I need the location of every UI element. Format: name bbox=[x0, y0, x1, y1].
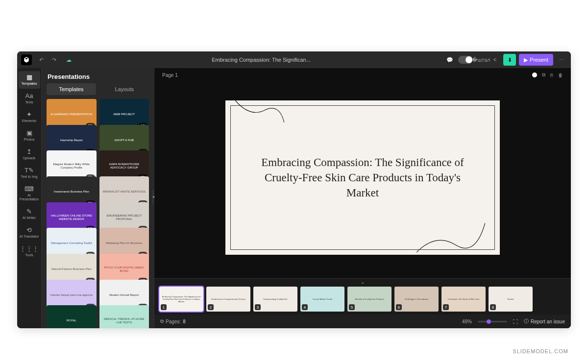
rail-item-ai-writer[interactable]: ✎AI Writer bbox=[19, 205, 40, 223]
thumbnail-number: 7 bbox=[443, 304, 449, 310]
swirl-decoration-top-left bbox=[235, 98, 284, 127]
comment-button[interactable]: 💬 bbox=[444, 54, 455, 65]
ai-presentation-icon: ⌨ bbox=[24, 186, 34, 193]
pages-counter[interactable]: ⧉ Pages: 8 bbox=[160, 318, 186, 324]
left-rail: ▦TemplatesAaTexts✦Elements▣Photos↥Upload… bbox=[17, 68, 42, 328]
rail-item-templates[interactable]: ▦Templates bbox=[19, 71, 40, 89]
app-logo[interactable] bbox=[21, 54, 32, 65]
document-title[interactable]: Embracing Compassion: The Significan... bbox=[78, 57, 444, 63]
slide-thumbnail[interactable]: Embracing Compassion: The Significance o… bbox=[159, 287, 203, 312]
ai-translator-icon: ⟲ bbox=[26, 227, 32, 234]
thumbnail-number: 1 bbox=[161, 304, 167, 310]
thumbnail-number: 3 bbox=[255, 304, 261, 310]
thumbnail-number: 8 bbox=[490, 304, 496, 310]
ai-writer-icon: ✎ bbox=[26, 208, 32, 215]
page-indicator: Page 1 bbox=[162, 73, 178, 78]
slide-title-text[interactable]: Embracing Compassion: The Significance o… bbox=[250, 155, 475, 200]
thumbnail-number: 4 bbox=[302, 304, 308, 310]
present-button[interactable]: ▶Present bbox=[519, 54, 553, 66]
side-panel: Presentations TemplatesLayouts E-LEARNIN… bbox=[42, 68, 154, 328]
slide-delete-button[interactable]: 🗑 bbox=[558, 73, 563, 78]
slide-canvas[interactable]: Embracing Compassion: The Significance o… bbox=[225, 100, 500, 255]
rail-item-texts[interactable]: AaTexts bbox=[19, 90, 40, 107]
elements-icon: ✦ bbox=[26, 111, 32, 118]
thumbnail-number: 2 bbox=[208, 304, 214, 310]
rail-item-ai-translator[interactable]: ⟲AI Translator bbox=[19, 224, 40, 242]
slide-copy-button[interactable]: ⧉ bbox=[542, 72, 545, 78]
swirl-decoration-bottom-right bbox=[416, 223, 485, 257]
zoom-slider[interactable] bbox=[478, 321, 507, 322]
slide-thumbnail[interactable]: Thanks!8 bbox=[489, 287, 533, 312]
theme-toggle[interactable] bbox=[458, 56, 473, 64]
uploads-icon: ↥ bbox=[26, 148, 32, 155]
slide-thumbnail[interactable]: Benefits of Cruelty-Free Products5 bbox=[347, 287, 392, 312]
rail-item-uploads[interactable]: ↥Uploads bbox=[19, 146, 40, 163]
slide-thumbnail[interactable]: Challenges in Our Industry6 bbox=[394, 287, 439, 312]
slide-thumbnail[interactable]: Conclusion: The Future of Skin Care7 bbox=[441, 287, 486, 312]
share-button[interactable]: < bbox=[490, 54, 500, 65]
download-button[interactable]: ⬇ bbox=[503, 54, 516, 66]
slide-thumbnail[interactable]: Current Market Trends4 bbox=[300, 287, 344, 312]
fit-button[interactable]: ⛶ bbox=[513, 319, 518, 324]
tools-icon: ⋮⋮⋮ bbox=[20, 245, 39, 252]
slide-thumbnail[interactable]: Understanding Cruelty-Free3 bbox=[253, 287, 297, 312]
rail-item-tools[interactable]: ⋮⋮⋮Tools bbox=[19, 243, 40, 260]
info-icon: ⓘ bbox=[524, 318, 529, 325]
texts-icon: Aa bbox=[25, 93, 33, 99]
more-menu-button[interactable]: ⋯ bbox=[556, 54, 567, 65]
panel-tab-layouts[interactable]: Layouts bbox=[100, 83, 149, 95]
rail-item-ai-presentation[interactable]: ⌨AI Presentation bbox=[19, 183, 40, 204]
slide-duplicate-button[interactable]: ⎘ bbox=[550, 73, 553, 78]
panel-tab-templates[interactable]: Templates bbox=[47, 83, 96, 95]
undo-button[interactable]: ↶ bbox=[36, 54, 47, 65]
thumbnail-strip-toggle[interactable]: ⌄ bbox=[154, 279, 571, 285]
redo-button[interactable]: ↷ bbox=[49, 54, 59, 65]
present-icon: ▶ bbox=[524, 57, 528, 63]
photos-icon: ▣ bbox=[26, 130, 32, 137]
rail-item-elements[interactable]: ✦Elements bbox=[19, 108, 40, 126]
template-card[interactable]: MEDICAL TRENDS: AT-HOME LAB TESTS34 bbox=[99, 305, 149, 328]
slide-thumbnail[interactable]: Introduction to Compassionate Choices2 bbox=[206, 287, 250, 312]
report-issue-button[interactable]: ⓘ Report an issue bbox=[524, 318, 565, 325]
template-card[interactable]: ROYAL25 bbox=[47, 305, 97, 328]
slide-status-dot bbox=[532, 73, 537, 77]
rail-item-photos[interactable]: ▣Photos bbox=[19, 127, 40, 145]
thumbnail-number: 6 bbox=[396, 304, 402, 310]
text-to-img-icon: T✎ bbox=[24, 167, 34, 174]
zoom-value: 49% bbox=[462, 319, 472, 324]
templates-icon: ▦ bbox=[26, 74, 32, 81]
cloud-sync-icon[interactable]: ☁ bbox=[63, 54, 74, 65]
panel-title: Presentations bbox=[42, 68, 154, 83]
pages-icon: ⧉ bbox=[160, 318, 164, 324]
rail-item-text-to-img[interactable]: T✎Text to Img bbox=[19, 164, 40, 182]
watermark: SLIDEMODEL.COM bbox=[513, 348, 568, 354]
thumbnail-number: 5 bbox=[349, 304, 355, 310]
share-button[interactable]: �штал bbox=[476, 54, 487, 65]
